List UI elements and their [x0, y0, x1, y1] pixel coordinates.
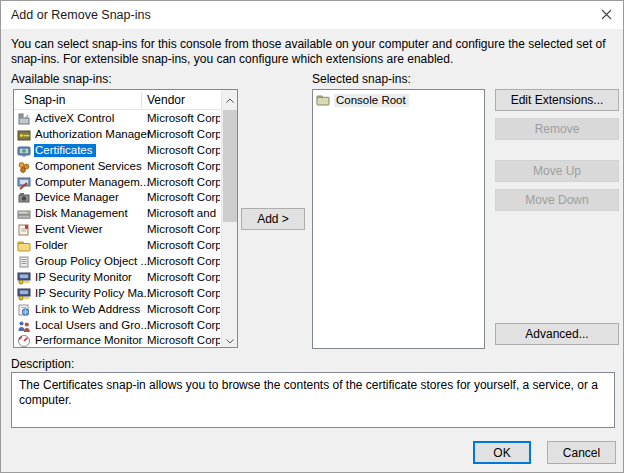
list-item[interactable]: Computer Managem...Microsoft Corp...	[14, 175, 220, 191]
snapin-name: Component Services	[34, 160, 145, 173]
snapin-name: Device Manager	[34, 191, 122, 204]
list-item[interactable]: Console Root	[313, 92, 484, 108]
authorization-manager-icon	[17, 128, 31, 142]
ip-security-policy-icon	[17, 287, 31, 301]
window-title: Add or Remove Snap-ins	[11, 8, 151, 22]
edit-extensions-button[interactable]: Edit Extensions...	[495, 89, 619, 111]
titlebar: Add or Remove Snap-ins	[1, 1, 623, 29]
snapin-name: Disk Management	[34, 207, 131, 220]
snapin-vendor: Microsoft Corp...	[147, 128, 220, 140]
list-item[interactable]: Performance MonitorMicrosoft Corp...	[14, 333, 220, 347]
chevron-down-icon	[226, 330, 234, 348]
list-item[interactable]: ActiveX ControlMicrosoft Corp...	[14, 111, 220, 127]
ip-security-monitor-icon	[17, 271, 31, 285]
snapin-name: Authorization Manager	[34, 128, 154, 141]
snapin-name: Performance Monitor	[34, 334, 145, 347]
selected-snapins-list[interactable]: Console Root	[312, 89, 485, 349]
scroll-down-button[interactable]	[222, 331, 238, 347]
selected-snapins-rows: Console Root	[313, 92, 484, 348]
event-viewer-icon	[17, 223, 31, 237]
vertical-scrollbar[interactable]	[221, 90, 237, 347]
snapin-vendor: Microsoft Corp...	[147, 334, 220, 346]
snapin-vendor: Microsoft Corp...	[147, 176, 220, 188]
move-down-button[interactable]: Move Down	[495, 189, 619, 211]
computer-management-icon	[17, 176, 31, 190]
disk-management-icon	[17, 207, 31, 221]
list-item[interactable]: Component ServicesMicrosoft Corp...	[14, 159, 220, 175]
snapin-vendor: Microsoft Corp...	[147, 191, 220, 203]
list-item[interactable]: CertificatesMicrosoft Corp...	[14, 143, 220, 159]
scroll-up-button[interactable]	[222, 90, 238, 106]
list-header: Snap-in Vendor	[14, 90, 237, 110]
activex-control-icon	[17, 112, 31, 126]
column-header-vendor[interactable]: Vendor	[147, 93, 185, 107]
move-up-button[interactable]: Move Up	[495, 160, 619, 182]
local-users-groups-icon	[17, 319, 31, 333]
chevron-up-icon	[226, 89, 234, 107]
snapin-name: Link to Web Address	[34, 303, 143, 316]
snapin-name: Computer Managem...	[34, 176, 152, 189]
snapin-vendor: Microsoft Corp...	[147, 271, 220, 283]
add-button[interactable]: Add >	[241, 208, 305, 230]
snapin-name: Certificates	[34, 144, 96, 157]
snapin-name: IP Security Monitor	[34, 271, 135, 284]
console-root-folder-icon	[316, 93, 330, 107]
available-snapins-label: Available snap-ins:	[11, 72, 112, 86]
snapin-vendor: Microsoft Corp...	[147, 319, 220, 331]
list-item[interactable]: Link to Web AddressMicrosoft Corp...	[14, 302, 220, 318]
list-item[interactable]: Device ManagerMicrosoft Corp...	[14, 190, 220, 206]
snapin-name: IP Security Policy Ma...	[34, 287, 156, 300]
snapin-vendor: Microsoft Corp...	[147, 239, 220, 251]
add-remove-snapins-dialog: Add or Remove Snap-ins You can select sn…	[0, 0, 624, 473]
list-item[interactable]: FolderMicrosoft Corp...	[14, 238, 220, 254]
list-item[interactable]: IP Security Policy Ma...Microsoft Corp..…	[14, 286, 220, 302]
snapin-name: Local Users and Gro...	[34, 319, 153, 332]
close-icon	[601, 6, 612, 24]
remove-button[interactable]: Remove	[495, 118, 619, 140]
description-text: The Certificates snap-in allows you to b…	[19, 378, 607, 408]
snapin-vendor: Microsoft Corp...	[147, 287, 220, 299]
scrollbar-thumb[interactable]	[223, 110, 237, 222]
component-services-icon	[17, 160, 31, 174]
ok-button[interactable]: OK	[473, 441, 531, 464]
column-header-snapin[interactable]: Snap-in	[24, 93, 65, 107]
close-button[interactable]	[591, 1, 621, 29]
snapin-vendor: Microsoft Corp...	[147, 303, 220, 315]
snapin-vendor: Microsoft Corp...	[147, 112, 220, 124]
available-snapins-list[interactable]: Snap-in Vendor ActiveX ControlMicrosoft …	[13, 89, 238, 348]
list-item[interactable]: Local Users and Gro...Microsoft Corp...	[14, 318, 220, 334]
snapin-vendor: Microsoft Corp...	[147, 144, 220, 156]
available-snapins-rows: ActiveX ControlMicrosoft Corp...Authoriz…	[14, 111, 220, 347]
snapin-vendor: Microsoft Corp...	[147, 223, 220, 235]
list-item[interactable]: IP Security MonitorMicrosoft Corp...	[14, 270, 220, 286]
description-label: Description:	[11, 357, 74, 371]
performance-monitor-icon	[17, 334, 31, 347]
list-item[interactable]: Disk ManagementMicrosoft and ...	[14, 206, 220, 222]
advanced-button[interactable]: Advanced...	[495, 323, 619, 345]
snapin-vendor: Microsoft and ...	[147, 207, 220, 219]
folder-icon	[17, 239, 31, 253]
snapin-name: ActiveX Control	[34, 112, 117, 125]
dialog-description-text: You can select snap-ins for this console…	[11, 37, 617, 67]
device-manager-icon	[17, 191, 31, 205]
link-to-web-address-icon	[17, 303, 31, 317]
snapin-vendor: Microsoft Corp...	[147, 160, 220, 172]
cancel-button[interactable]: Cancel	[547, 441, 616, 464]
list-item[interactable]: Authorization ManagerMicrosoft Corp...	[14, 127, 220, 143]
snapin-name: Console Root	[334, 94, 409, 107]
selected-snapins-label: Selected snap-ins:	[312, 72, 411, 86]
snapin-name: Event Viewer	[34, 223, 106, 236]
snapin-name: Folder	[34, 239, 71, 252]
snapin-name: Group Policy Object ...	[34, 255, 153, 268]
group-policy-object-icon	[17, 255, 31, 269]
certificates-icon	[17, 144, 31, 158]
description-box: The Certificates snap-in allows you to b…	[11, 372, 615, 428]
list-item[interactable]: Group Policy Object ...Microsoft Corp...	[14, 254, 220, 270]
list-item[interactable]: Event ViewerMicrosoft Corp...	[14, 222, 220, 238]
snapin-vendor: Microsoft Corp...	[147, 255, 220, 267]
column-divider[interactable]	[141, 92, 142, 108]
